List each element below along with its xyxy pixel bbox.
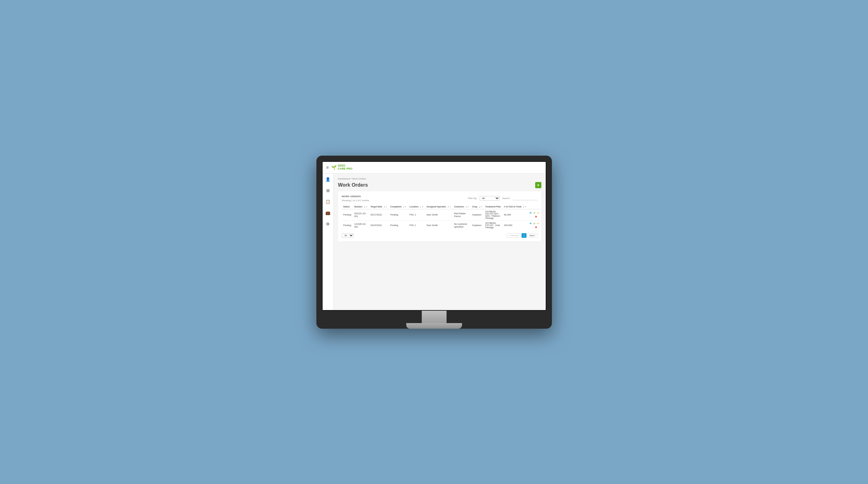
screen: ≡ 🌱 SEED CARE PRO 👤 ⊞ 📋 💼 ⚙ [322,161,546,311]
next-button[interactable]: Next › [527,233,537,238]
filter-search-row: Filter By: All Pending Completed Search: [468,196,537,201]
cell-operator: Sam Smith [425,209,453,220]
breadcrumb-dashboard[interactable]: Dashboard [338,177,350,180]
app-logo: 🌱 SEED CARE PRO [331,164,353,171]
cell-actions: 👁 ✔ ✏ ✖ [528,209,541,220]
cell-customer: Red Raider Farms [453,209,471,220]
col-operator[interactable]: Assigned Operator ▲▼ [425,204,453,209]
col-status: Status [342,204,353,209]
cell-operator: Sam Smith [425,220,453,230]
sidebar-icon-transfer[interactable]: ⊞ [324,187,331,194]
logo-leaf-icon: 🌱 [331,165,337,170]
logo-text: SEED CARE PRO [338,164,353,171]
work-orders-card: WORK ORDERS Showing 1 to 2 of 2 entries … [338,191,541,242]
monitor-neck [422,311,446,323]
delete-icon[interactable]: ✖ [535,226,537,229]
monitor-stand [322,311,546,329]
table-info-row: WORK ORDERS Showing 1 to 2 of 2 entries … [342,195,538,202]
work-orders-table: Status Number ▲▼ Target Date ▲▼ Complete… [342,204,541,230]
cell-location: PSC 1 [408,220,425,230]
cell-csu: 90,000 [502,209,528,220]
per-page-select[interactable]: 50 25 10 [342,233,354,238]
delete-icon[interactable]: ✖ [535,215,537,218]
sidebar-icon-briefcase[interactable]: 💼 [324,210,331,216]
menu-icon[interactable]: ≡ [326,165,329,170]
cell-treatment: SOYBEAN FST-IST-NST-SDS - Platinum Packa… [484,209,502,220]
check-icon[interactable]: ✔ [533,211,536,215]
col-customer[interactable]: Customer ▲▼ [453,204,471,209]
view-icon[interactable]: 👁 [529,222,532,225]
cell-csu: 345,000 [502,220,528,230]
table-section-title: WORK ORDERS [342,195,369,198]
search-label: Search: [502,197,510,200]
app-header: ≡ 🌱 SEED CARE PRO [322,162,546,174]
cell-location: PSC 1 [408,209,425,220]
monitor-foot [406,323,462,329]
cell-completed: Pending [389,209,408,220]
filter-select[interactable]: All Pending Completed [480,196,500,201]
col-treatment: Treatment Plan [484,204,502,209]
cell-crop: Soybean [471,220,484,230]
filter-label: Filter By: [468,197,477,200]
page-title-row: Work Orders + [338,182,541,188]
col-location[interactable]: Location ▲▼ [408,204,425,209]
add-workorder-button[interactable]: + [535,182,541,188]
col-csu[interactable]: # of CSU to Treat ▲▼ [502,204,528,209]
monitor: ≡ 🌱 SEED CARE PRO 👤 ⊞ 📋 💼 ⚙ [316,156,552,329]
app-body: 👤 ⊞ 📋 💼 ⚙ Dashboard / Work Orders Work O… [322,174,546,310]
cell-crop: Soybean [471,209,484,220]
edit-icon[interactable]: ✏ [537,211,539,215]
cell-status: Pending [342,220,353,230]
breadcrumb-workorders[interactable]: Work Orders [352,177,366,180]
col-number[interactable]: Number ▲▼ [353,204,369,209]
breadcrumb: Dashboard / Work Orders [338,177,541,180]
pagination-controls: ‹ Previous 1 Next › [507,233,538,238]
search-input[interactable] [513,196,538,200]
col-crop[interactable]: Crop ▲▼ [471,204,484,209]
cell-number: 022221-32-001 [353,209,369,220]
prev-button[interactable]: ‹ Previous [507,233,521,238]
pagination-row: 50 25 10 ‹ Previous 1 Next › [342,233,538,238]
cell-treatment: SOYBEAN FST-IST - Gold Package [484,220,502,230]
logo-line1: SEED [338,164,345,167]
sidebar-icon-document[interactable]: 📋 [324,199,331,205]
cell-status: Pending [342,209,353,220]
table-header-row: Status Number ▲▼ Target Date ▲▼ Complete… [342,204,541,209]
sidebar-icon-settings[interactable]: ⚙ [324,221,331,228]
view-icon[interactable]: 👁 [529,211,532,215]
table-left: WORK ORDERS Showing 1 to 2 of 2 entries [342,195,369,202]
table-showing: Showing 1 to 2 of 2 entries [342,199,369,202]
col-completed[interactable]: Completed ▲▼ [389,204,408,209]
sidebar-icon-person[interactable]: 👤 [324,176,331,183]
cell-customer: No customer specified. [453,220,471,230]
table-row: Pending022221-32-00102/17/2021PendingPSC… [342,209,541,220]
cell-completed: Pending [389,220,408,230]
cell-actions: 👁 ✔ ✏ ✖ [528,220,541,230]
page-title: Work Orders [338,182,368,188]
cell-target-date: 03/10/2021 [369,220,389,230]
cell-target-date: 02/17/2021 [369,209,389,220]
col-actions [528,204,541,209]
logo-line2: CARE PRO [338,167,353,170]
edit-icon[interactable]: ✏ [537,222,539,225]
table-row: Pending121820-32-00103/10/2021PendingPSC… [342,220,541,230]
cell-number: 121820-32-001 [353,220,369,230]
check-icon[interactable]: ✔ [533,222,536,225]
col-target-date[interactable]: Target Date ▲▼ [369,204,389,209]
page-1-button[interactable]: 1 [522,233,527,238]
main-content: Dashboard / Work Orders Work Orders + WO… [334,174,546,310]
sidebar: 👤 ⊞ 📋 💼 ⚙ [322,174,334,310]
